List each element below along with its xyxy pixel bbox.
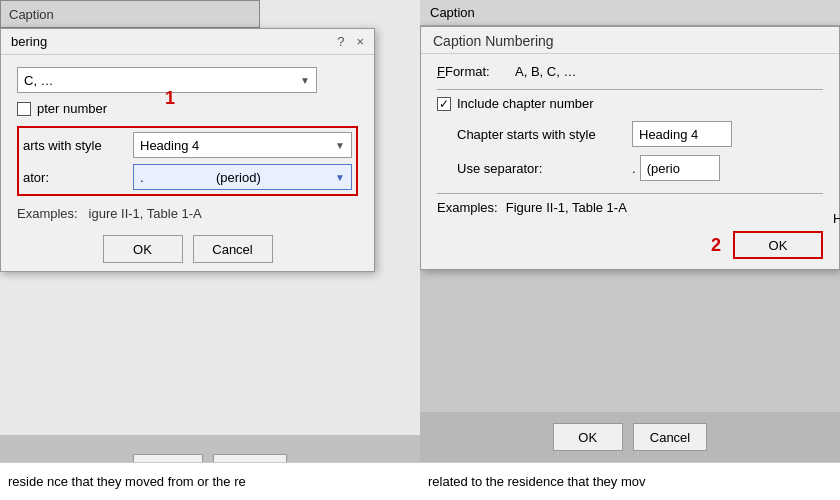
right-format-row: FFormat: A, B, C, … [437, 64, 823, 79]
right-include-label: Include chapter number [457, 96, 594, 111]
left-dialog-close[interactable]: × [356, 34, 364, 49]
left-dialog-body: C, … ▼ pter number arts with style Headi… [1, 55, 374, 271]
right-examples-row: Examples: Figure II-1, Table 1-A [437, 200, 823, 215]
left-dialog-question: ? [337, 34, 344, 49]
examples-value: igure II-1, Table 1-A [89, 206, 202, 221]
number-label-2: 2 [711, 235, 721, 256]
right-numbering-dialog: Caption Numbering FFormat: A, B, C, … ✓ … [420, 26, 840, 270]
right-separator-line [437, 89, 823, 90]
separator-row: ator: . (period) ▼ [23, 164, 352, 190]
right-separator-select[interactable]: (perio [640, 155, 720, 181]
right-gray-bottom: OK Cancel [420, 412, 840, 462]
right-bottom-ok[interactable]: OK [553, 423, 623, 451]
right-heading-value: Heading 4 [639, 127, 698, 142]
right-panel: Caption Caption Numbering FFormat: A, B,… [420, 0, 840, 500]
left-doc-text: reside nce that they moved from or the r… [0, 462, 420, 500]
right-heading-select[interactable]: Heading 4 [632, 121, 732, 147]
heading-arrow: ▼ [335, 140, 345, 151]
left-dialog-titlebar: bering ? × [1, 29, 374, 55]
separator-value: (period) [216, 170, 261, 185]
right-format-label: FFormat: [437, 64, 507, 79]
separator-dot: . [140, 170, 144, 185]
ok-button[interactable]: OK [103, 235, 183, 263]
right-back-caption-label: Caption [430, 5, 475, 20]
right-ok-button[interactable]: OK [733, 231, 823, 259]
left-back-caption-bar: Caption [0, 0, 260, 28]
include-chapter-label: pter number [37, 101, 107, 116]
heading-value: Heading 4 [140, 138, 199, 153]
right-button-row: 2 OK [437, 231, 823, 259]
right-dialog-body: FFormat: A, B, C, … ✓ Include chapter nu… [421, 54, 839, 269]
right-back-caption-bar: Caption [420, 0, 840, 26]
right-separator-value: (perio [647, 161, 680, 176]
right-doc-text: related to the residence that they mov [420, 462, 840, 500]
format-select-arrow: ▼ [300, 75, 310, 86]
right-separator-label: Use se​parator: [457, 161, 632, 176]
cancel-button[interactable]: Cancel [193, 235, 273, 263]
examples-row: Examples: igure II-1, Table 1-A [17, 206, 358, 221]
right-include-chapter-row: ✓ Include chapter number [437, 96, 823, 111]
format-row: C, … ▼ [17, 67, 358, 93]
right-starts-style-label: Chapter starts with style [457, 127, 632, 142]
buttons-row: OK Cancel [17, 235, 358, 263]
right-include-checkbox[interactable]: ✓ [437, 97, 451, 111]
right-bottom-cancel[interactable]: Cancel [633, 423, 707, 451]
right-examples-label: Examples: [437, 200, 498, 215]
starts-with-style-row: arts with style Heading 4 ▼ [23, 132, 352, 158]
highlight-box: arts with style Heading 4 ▼ ator: . (per… [17, 126, 358, 196]
number-label-1: 1 [165, 88, 175, 109]
examples-label: Examples: [17, 206, 85, 221]
heading-select[interactable]: Heading 4 ▼ [133, 132, 352, 158]
left-panel: Caption bering ? × C, … ▼ pter number [0, 0, 420, 500]
right-heading-partial: Heading [833, 211, 840, 226]
separator-select[interactable]: . (period) ▼ [133, 164, 352, 190]
separator-arrow: ▼ [335, 172, 345, 183]
right-format-value: A, B, C, … [515, 64, 576, 79]
right-dialog-title: Caption Numbering [433, 33, 554, 49]
right-examples-value: Figure II-1, Table 1-A [506, 200, 627, 215]
include-chapter-checkbox[interactable] [17, 102, 31, 116]
right-separator-line2 [437, 193, 823, 194]
include-chapter-row: pter number [17, 101, 358, 116]
left-numbering-dialog: bering ? × C, … ▼ pter number [0, 28, 375, 272]
right-dialog-titlebar: Caption Numbering [421, 27, 839, 54]
right-separator-row: Use se​parator: . (perio [437, 155, 823, 181]
right-separator-dot: . [632, 161, 636, 176]
left-back-caption-label: Caption [9, 7, 54, 22]
left-dialog-title: bering [11, 34, 47, 49]
separator-label: ator: [23, 170, 133, 185]
right-starts-style-row: Chapter starts with style Heading 4 [437, 121, 823, 147]
starts-with-label: arts with style [23, 138, 133, 153]
